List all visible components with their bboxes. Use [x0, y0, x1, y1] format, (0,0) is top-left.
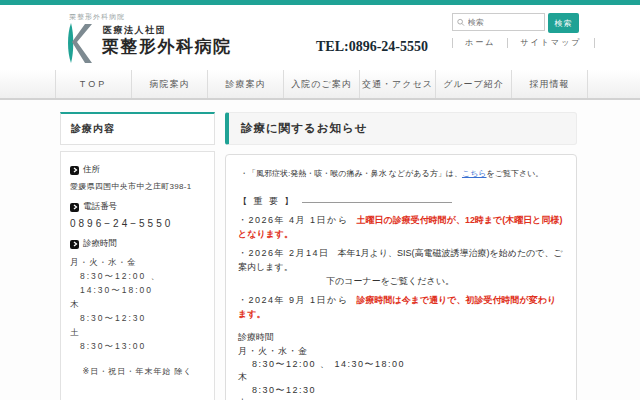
notice-box: ・「風邪症状:発熱・咳・喉の痛み・鼻水 などがある方」は、こちらをご覧下さい。 …: [225, 154, 577, 400]
nav-item-top[interactable]: TOP: [55, 70, 131, 98]
site-header: 栗整形外科病院 医療法人社団 栗整形外科病院 TEL:0896-24-5550 …: [0, 5, 640, 70]
hours-line: 8:30〜12:00 、: [70, 269, 205, 283]
important-heading: 【 重 要 】: [238, 195, 564, 209]
hours-line: 8:30〜13:00: [70, 339, 205, 353]
arrow-bullet-icon: [70, 240, 79, 249]
utility-links: ホーム サイトマップ: [452, 37, 595, 48]
sidebar-hours: 月・火・水・金 8:30〜12:00 、 14:30〜18:00 木 8:30〜…: [70, 255, 205, 353]
nav-item-hospital-guide[interactable]: 病院案内: [131, 70, 207, 98]
hours-line: 月・火・水・金: [70, 255, 205, 269]
notice-item: ・2024年 9月 1日から診療時間は今まで通りで、初診受付時間が変わります。: [238, 294, 564, 322]
sidebar-title[interactable]: 診療内容: [60, 112, 215, 145]
divider: [594, 38, 595, 48]
main-nav: TOP 病院案内 診療案内 入院のご案内 交通・アクセス グループ紹介 採用情報: [0, 70, 640, 100]
cold-symptom-notice: ・「風邪症状:発熱・咳・喉の痛み・鼻水 などがある方」は、こちらをご覧下さい。: [240, 168, 564, 180]
nav-item-admission[interactable]: 入院のご案内: [283, 70, 359, 98]
brand-name[interactable]: 栗整形外科病院: [102, 35, 232, 58]
hours-line: 8:30〜12:30: [238, 384, 564, 397]
hours-line: 木: [70, 297, 205, 311]
link-home[interactable]: ホーム: [453, 37, 507, 48]
hours-line: 土: [70, 325, 205, 339]
hours-line: 14:30〜18:00: [70, 283, 205, 297]
header-phone: TEL:0896-24-5550: [316, 39, 428, 55]
brand-small-label: 栗整形外科病院: [69, 12, 125, 22]
search-input[interactable]: [468, 18, 540, 27]
sidebar-closed-note: ※日・祝日・年末年始 除く: [70, 366, 205, 377]
hospital-logo-icon: [64, 22, 96, 64]
hours-heading: 診療時間: [238, 331, 564, 345]
sidebar: 診療内容 住所 愛媛県四国中央市中之庄町398-1 電話番号 0896−24−5…: [60, 112, 215, 400]
divider: [302, 202, 452, 203]
nav-item-recruit[interactable]: 採用情報: [511, 70, 588, 98]
page: 栗整形外科病院 医療法人社団 栗整形外科病院 TEL:0896-24-5550 …: [0, 0, 640, 400]
search-button[interactable]: 検索: [548, 13, 579, 33]
sidebar-tel-label: 電話番号: [70, 201, 205, 213]
arrow-bullet-icon: [70, 166, 79, 175]
sidebar-info-box: 住所 愛媛県四国中央市中之庄町398-1 電話番号 0896−24−5550 診…: [60, 151, 215, 400]
page-title: 診療に関するお知らせ: [225, 112, 577, 145]
arrow-bullet-icon: [70, 203, 79, 212]
main-content: 診療に関するお知らせ ・「風邪症状:発熱・咳・喉の痛み・鼻水 などがある方」は、…: [225, 112, 577, 400]
hours-line: 8:30〜12:30: [70, 311, 205, 325]
hours-line: 木: [238, 371, 564, 384]
nav-item-group[interactable]: グループ紹介: [435, 70, 511, 98]
sidebar-address-label: 住所: [70, 164, 205, 176]
link-sitemap[interactable]: サイトマップ: [508, 37, 593, 48]
hours-line: 8:30〜12:00 、 14:30〜18:00: [238, 358, 564, 371]
sidebar-phone: 0896−24−5550: [70, 218, 205, 229]
sidebar-address: 愛媛県四国中央市中之庄町398-1: [70, 181, 205, 192]
search-icon: [457, 18, 465, 27]
sidebar-hours-label: 診療時間: [70, 238, 205, 250]
search-box: [452, 13, 545, 31]
notice-item: ・2026年 4月 1日から土曜日の診療受付時間が、12時まで(木曜日と同様)と…: [238, 214, 564, 242]
notice-item: ・2026年 2月14日本年1月より、SIS(高電磁波誘導治療)を始めたので、ご…: [238, 247, 564, 289]
nav-item-medical-guide[interactable]: 診療案内: [207, 70, 283, 98]
hours-line: 月・火・水・金: [238, 345, 564, 358]
nav-item-access[interactable]: 交通・アクセス: [359, 70, 435, 98]
main-hours: 月・火・水・金 8:30〜12:00 、 14:30〜18:00 木 8:30〜…: [238, 345, 564, 400]
kochira-link[interactable]: こちら: [462, 169, 487, 178]
